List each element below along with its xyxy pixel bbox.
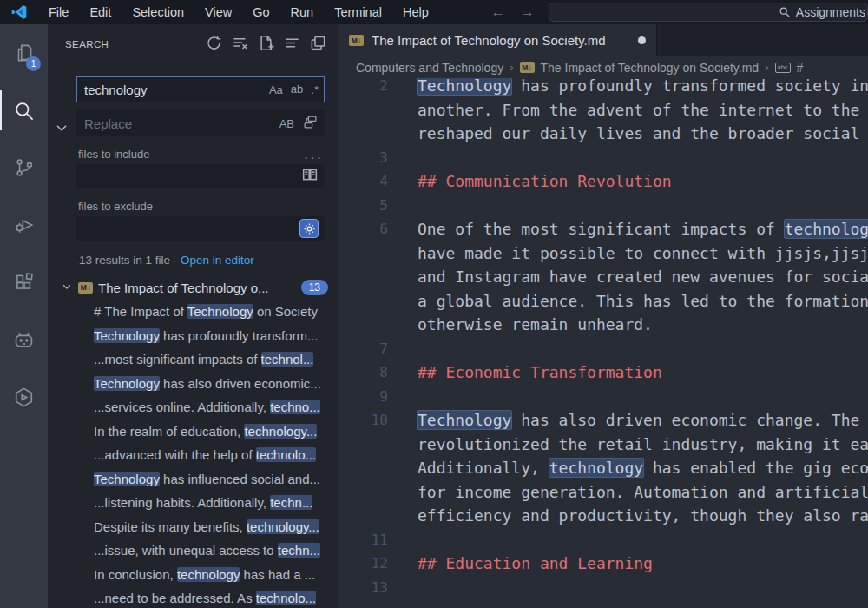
vscode-logo-icon: [10, 3, 28, 21]
editor-line[interactable]: 8## Economic Transformation: [339, 360, 868, 385]
search-result-row[interactable]: # The Impact of Technology on Society: [48, 300, 339, 324]
match-highlight: technol...: [261, 352, 314, 367]
editor-line[interactable]: efficiency and productivity, though they…: [339, 504, 868, 528]
code-area[interactable]: 2Technology has profoundly transformed s…: [339, 74, 868, 599]
editor-line[interactable]: a global audience. This has led to the f…: [339, 289, 868, 314]
editor-line[interactable]: 13: [339, 576, 868, 600]
unsaved-changes-dot[interactable]: [638, 36, 646, 44]
editor-line[interactable]: 12## Education and Learning: [339, 552, 868, 576]
line-text: [388, 528, 418, 552]
replace-input[interactable]: [84, 116, 272, 131]
editor-line[interactable]: 3: [339, 146, 868, 170]
line-number: 3: [339, 146, 388, 170]
open-results-in-editor-icon[interactable]: [310, 35, 326, 55]
editor-line[interactable]: Additionally, technology has enabled the…: [339, 456, 868, 480]
collapse-all-icon[interactable]: [284, 35, 300, 55]
breadcrumb-folder[interactable]: Computers and Technology: [356, 61, 503, 75]
line-text: for income generation. Automation and ar…: [388, 480, 868, 505]
editor-line[interactable]: otherwise remain unheard.: [339, 313, 868, 337]
run-and-debug-icon[interactable]: [0, 196, 48, 254]
line-text: Additionally, technology has enabled the…: [388, 456, 868, 480]
new-search-editor-icon[interactable]: [258, 35, 274, 55]
search-result-row[interactable]: ...issue, with unequal access to techn..…: [48, 539, 339, 563]
menu-go[interactable]: Go: [242, 0, 279, 24]
menu-help[interactable]: Help: [392, 0, 439, 24]
regex-icon[interactable]: .*: [311, 83, 319, 96]
menu-selection[interactable]: Selection: [122, 0, 194, 24]
history-back-icon[interactable]: ←: [491, 4, 505, 20]
command-center-label: Assignments: [796, 5, 865, 19]
search-icon: [779, 6, 791, 18]
search-result-row[interactable]: Technology has also driven economic...: [48, 372, 339, 396]
line-text: and Instagram have created new avenues f…: [388, 265, 868, 289]
line-number: [339, 122, 388, 146]
whole-word-icon[interactable]: ab: [291, 83, 303, 96]
editor-line[interactable]: 5: [339, 194, 868, 218]
line-number: [339, 98, 388, 122]
search-result-row[interactable]: ...need to be addressed. As technolo...: [48, 586, 339, 608]
breadcrumb-symbol[interactable]: #: [797, 61, 804, 75]
use-exclude-settings-gear-icon[interactable]: [299, 219, 319, 238]
replace-all-icon[interactable]: [302, 115, 319, 132]
search-result-row[interactable]: Technology has profoundly transform...: [48, 324, 339, 348]
files-to-exclude-input[interactable]: [84, 221, 299, 236]
editor-line[interactable]: 11: [339, 528, 868, 552]
toggle-replace-chevron-icon[interactable]: [54, 120, 69, 139]
editor-line[interactable]: have made it possible to connect with jj…: [339, 241, 868, 266]
match-case-icon[interactable]: Aa: [269, 83, 283, 96]
files-to-include-box: [76, 164, 325, 188]
editor-line[interactable]: reshaped our daily lives and the broader…: [339, 122, 868, 146]
search-result-row[interactable]: ...listening habits. Additionally, techn…: [48, 491, 339, 515]
extensions-icon[interactable]: [0, 254, 48, 311]
search-result-row[interactable]: In conclusion, technology has had a ...: [48, 563, 339, 587]
menu-run[interactable]: Run: [280, 0, 325, 24]
menu-view[interactable]: View: [194, 0, 242, 24]
explorer-icon[interactable]: 1: [0, 24, 48, 82]
search-input[interactable]: [84, 83, 261, 97]
line-text: another. From the advent of the internet…: [388, 98, 859, 122]
line-text: ## Education and Learning: [388, 552, 653, 576]
tab-impact-of-technology[interactable]: M↓ The Impact of Technology on Society.m…: [339, 24, 657, 56]
editor-line[interactable]: 7: [339, 337, 868, 361]
editor-line[interactable]: 4## Communication Revolution: [339, 169, 868, 194]
editor-line[interactable]: 6One of the most significant impacts of …: [339, 217, 868, 241]
search-result-row[interactable]: ...advanced with the help of technolo...: [48, 443, 339, 467]
preserve-case-icon[interactable]: AB: [279, 117, 294, 130]
search-result-row[interactable]: In the realm of education, technology...: [48, 420, 339, 444]
history-forward-icon[interactable]: →: [521, 4, 535, 20]
editor-line[interactable]: another. From the advent of the internet…: [339, 98, 868, 122]
line-number: 4: [339, 169, 388, 194]
open-in-editor-link[interactable]: Open in editor: [181, 254, 254, 267]
search-result-row[interactable]: Technology has influenced social and...: [48, 467, 339, 492]
robot-extension-icon[interactable]: [0, 311, 48, 368]
refresh-icon[interactable]: [206, 35, 222, 55]
result-file-row[interactable]: M↓ The Impact of Technology o... 13: [48, 275, 339, 300]
clear-results-icon[interactable]: [232, 35, 248, 55]
line-number: 6: [339, 217, 388, 241]
toggle-search-details[interactable]: ···: [304, 155, 323, 162]
match-highlight: Technology: [418, 411, 511, 429]
breadcrumb-file[interactable]: The Impact of Technology on Society.md: [541, 61, 760, 75]
breadcrumb: Computers and Technology › M↓ The Impact…: [339, 56, 868, 78]
editor-line[interactable]: revolutionized the retail industry, maki…: [339, 433, 868, 457]
search-result-row[interactable]: Despite its many benefits, technology...: [48, 515, 339, 539]
search-icon[interactable]: [0, 82, 48, 139]
line-text: reshaped our daily lives and the broader…: [388, 122, 859, 146]
line-number: 7: [339, 337, 388, 361]
search-result-row[interactable]: ...services online. Additionally, techno…: [48, 395, 339, 420]
editor-line[interactable]: and Instagram have created new avenues f…: [339, 265, 868, 289]
editor-line[interactable]: 9: [339, 385, 868, 409]
editor-line[interactable]: for income generation. Automation and ar…: [339, 480, 868, 505]
menu-edit[interactable]: Edit: [79, 0, 122, 24]
files-to-include-input[interactable]: [84, 169, 301, 184]
open-editors-only-icon[interactable]: [301, 167, 319, 186]
package-extension-icon[interactable]: [0, 368, 48, 426]
source-control-icon[interactable]: [0, 139, 48, 196]
menu-terminal[interactable]: Terminal: [324, 0, 392, 24]
editor-line[interactable]: 10Technology has also driven economic ch…: [339, 408, 868, 433]
line-text: otherwise remain unheard.: [388, 313, 653, 337]
chevron-down-icon[interactable]: [61, 281, 73, 295]
command-center-search[interactable]: Assignments: [549, 3, 868, 22]
search-result-row[interactable]: ...most significant impacts of technol..…: [48, 347, 339, 372]
menu-file[interactable]: File: [38, 0, 79, 24]
